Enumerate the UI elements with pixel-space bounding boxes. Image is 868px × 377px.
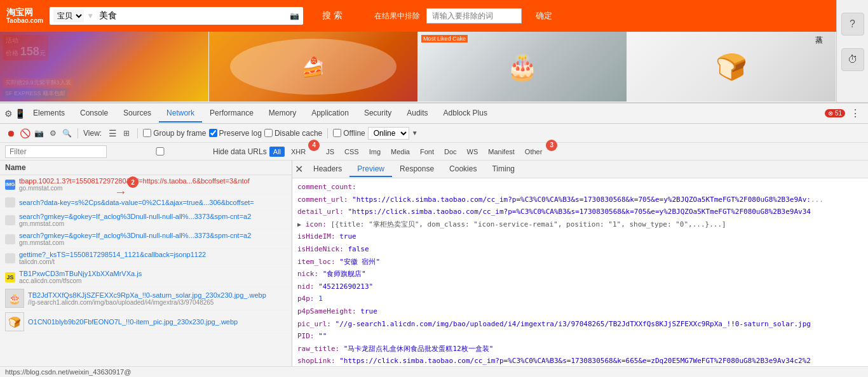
close-detail-button[interactable]: ✕ [295,163,303,175]
offline-option: Offline [333,129,365,138]
filter-button[interactable]: ⚙ [47,128,58,139]
product-strip: 活动价格 158元 SF EXPRESS 顺丰包邮 买即赠29.9元紫芋酥3入装… [0,32,868,102]
detail-tab-timing[interactable]: Timing [484,162,522,177]
hide-data-urls-checkbox[interactable] [109,147,211,155]
waterfall-view-button[interactable]: ⊞ [121,128,132,139]
request-icon-img: IMG [5,180,15,190]
taobao-logo: 淘宝网 Taobao.com [6,7,43,25]
request-name: TB2JdTXXfQs8KJjSZFEXXc9RpXa_!!0-saturn_s… [28,291,287,299]
filter-font[interactable]: Font [416,147,438,157]
search-button[interactable]: 搜 索 [309,5,355,27]
view-label: View: [83,129,102,138]
history-button[interactable]: ⏱ [841,48,864,71]
hide-data-urls-text: Hide data URLs [213,147,267,156]
filter-js[interactable]: JS [322,147,338,157]
request-item[interactable]: search?gmkey=&gokey=If_aclog%3Dnull-null… [0,211,292,230]
offline-checkbox[interactable] [333,129,341,137]
devtools-toggle[interactable]: ⚙ [3,108,14,119]
annotation-4: 4 [308,140,320,151]
request-item[interactable]: IMG tbapp.1002.1.3?t=1550817297280&url=h… [0,175,292,194]
detail-tab-preview[interactable]: Preview [349,162,392,177]
exclude-input[interactable] [426,8,522,23]
filter-img[interactable]: Img [365,147,384,157]
filter-all[interactable]: All [269,147,285,157]
tab-console[interactable]: Console [72,105,116,122]
camera-icon[interactable]: 📷 [290,11,299,20]
request-icon-default [5,215,15,225]
product-image-4: 蒸 🍞 [627,32,836,102]
detail-line: nid: "45212690213" [297,281,863,293]
request-item[interactable]: 🍞 O1CN01blyb9b20FbfEONO7L_!!0-item_pic.j… [0,310,292,334]
throttle-select[interactable]: Online [368,127,409,140]
annotation-3: 3 [546,140,557,151]
category-select[interactable]: 宝贝 [53,10,84,22]
confirm-button[interactable]: 确定 [528,6,560,25]
request-icon-default [5,253,15,263]
camera-button[interactable]: 📷 [33,128,44,139]
detail-line: comment_url: "https://click.simba.taobao… [297,194,863,206]
devtools-more-button[interactable]: ⋮ [845,105,865,122]
detail-tab-cookies[interactable]: Cookies [442,162,484,177]
detail-line: pic_url: "//g-search1.alicdn.com/img/bao… [297,318,863,331]
filter-ws[interactable]: WS [463,147,482,157]
preserve-log-checkbox[interactable] [209,129,217,137]
request-source: gm.mmstat.com [19,220,287,227]
divider-1 [78,128,78,138]
request-name: search?gmkey=&gokey=If_aclog%3Dnull-null… [19,213,287,220]
request-name: gettime?_ksTS=1550817298514_1121&callbac… [19,251,287,258]
tab-adblock[interactable]: Adblock Plus [436,105,495,122]
request-item[interactable]: gettime?_ksTS=1550817298514_1121&callbac… [0,249,292,268]
group-by-frame-label: Group by frame [153,129,206,138]
request-item[interactable]: 🎂 TB2JdTXXfQs8KJjSZFEXXc9RpXa_!!0-saturn… [0,287,292,310]
filter-xhr[interactable]: XHR [287,147,309,157]
request-items: IMG tbapp.1002.1.3?t=1550817297280&url=h… [0,175,292,366]
tab-audits[interactable]: Audits [399,105,435,122]
offline-label: Offline [343,129,365,138]
disable-cache-checkbox[interactable] [264,129,273,137]
request-item[interactable]: JS TB1PxwCD3mTBuNjy1XbXXaMrVXa.js acc.al… [0,268,292,287]
request-item[interactable]: search?gmkey=&gokey=If_aclog%3Dnull-null… [0,230,292,249]
tab-sources[interactable]: Sources [116,105,159,122]
throttle-dropdown-icon: ▼ [412,129,418,136]
search-button-network[interactable]: 🔍 [61,128,72,139]
record-button[interactable]: ⏺ [5,128,17,139]
tab-performance[interactable]: Performance [202,105,261,122]
filter-doc[interactable]: Doc [440,147,461,157]
request-thumbnail: 🎂 [5,289,24,308]
tab-elements[interactable]: Elements [25,105,72,122]
request-icon-js: JS [5,272,15,282]
status-url: https://blog.csdn.net/weixin_43630917@ [5,368,131,376]
filter-css[interactable]: CSS [341,147,363,157]
filter-media[interactable]: Media [387,147,414,157]
tab-network[interactable]: Network [159,105,202,122]
request-list: Name IMG tbapp.1002.1.3?t=1550817297280&… [0,161,292,366]
request-source: acc.alicdn.com/tfscom [19,277,287,284]
filter-manifest[interactable]: Manifest [484,147,519,157]
request-item[interactable]: search?data-key=s%2Cps&data-value=0%2C1&… [0,194,292,211]
request-icon-default [5,234,15,244]
detail-tab-headers[interactable]: Headers [306,162,349,177]
tab-application[interactable]: Application [304,105,356,122]
request-source: talicdn.com/t [19,258,287,265]
question-button[interactable]: ? [841,13,864,36]
detail-tab-response[interactable]: Response [392,162,442,177]
detail-line: nick: "食师旗舰店" [297,268,863,281]
clear-button[interactable]: 🚫 [19,128,31,139]
tab-security[interactable]: Security [356,105,399,122]
tab-memory[interactable]: Memory [261,105,304,122]
detail-line: shopLink: "https://click.simba.taobao.co… [297,355,863,366]
mobile-toggle[interactable]: 📱 [14,108,25,119]
search-input[interactable] [97,8,287,23]
preserve-log-option: Preserve log [209,129,262,138]
group-by-frame-checkbox[interactable] [143,129,151,137]
annotation-2: 2 [127,176,139,188]
detail-line: detail_url: "https://click.simba.taobao.… [297,206,863,218]
taobao-header: 淘宝网 Taobao.com 宝贝 ▼ 📷 搜 索 在结果中排除 确定 [0,0,868,32]
list-view-button[interactable]: ☰ [107,128,118,139]
filter-other[interactable]: Other [521,147,546,157]
request-icon-default [5,197,15,208]
group-by-frame-option: Group by frame [143,129,206,138]
request-list-header: Name [0,161,292,175]
detail-line: ▶ icon: [{title: "掌柜热卖宝贝", dom_class: "i… [297,218,863,231]
filter-input[interactable] [5,145,107,158]
